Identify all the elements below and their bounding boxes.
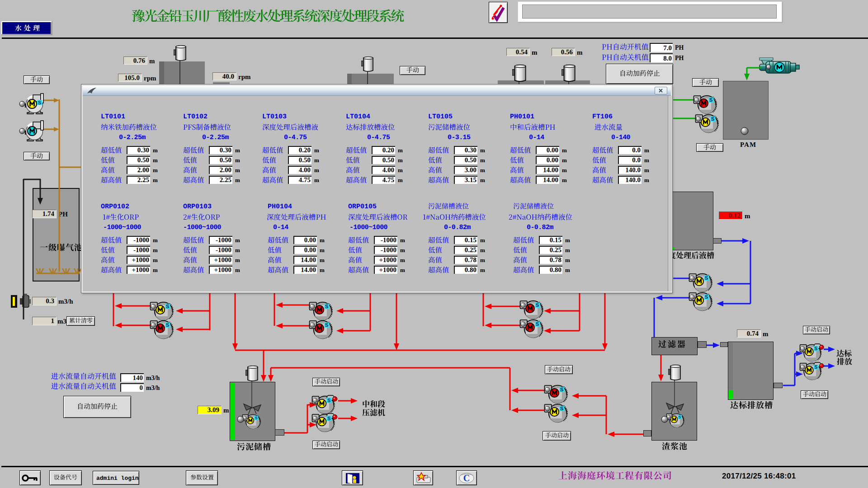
svg-text:S: S <box>709 97 712 103</box>
svg-text:S: S <box>327 416 330 421</box>
svg-text:S: S <box>705 275 708 281</box>
svg-text:C: C <box>463 473 470 483</box>
svg-text:S: S <box>815 365 818 370</box>
svg-text:S: S <box>536 321 539 327</box>
svg-text:S: S <box>560 387 563 392</box>
svg-text:S: S <box>560 406 563 411</box>
svg-text:S: S <box>325 322 328 328</box>
svg-text:S: S <box>38 100 41 105</box>
svg-text:S: S <box>705 294 708 300</box>
svg-text:S: S <box>327 398 330 403</box>
svg-text:S: S <box>536 302 539 308</box>
svg-text:S: S <box>325 304 328 309</box>
svg-text:S: S <box>711 116 714 122</box>
svg-text:S: S <box>166 322 169 328</box>
svg-text:S: S <box>166 304 169 309</box>
svg-text:S: S <box>815 346 818 351</box>
